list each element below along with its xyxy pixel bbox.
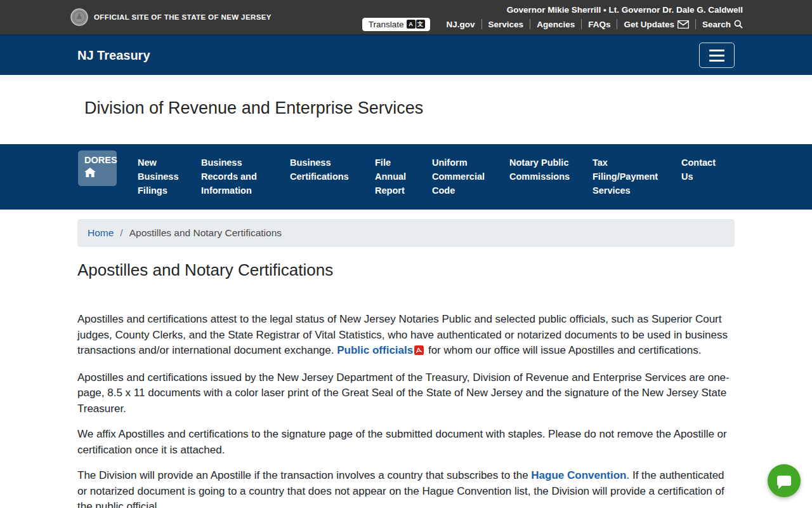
search-icon xyxy=(734,20,743,29)
nav-item-file-annual-report[interactable]: File Annual Report xyxy=(375,150,414,197)
header-strip xyxy=(0,75,812,81)
brand-bar: NJ Treasury xyxy=(0,34,812,75)
official-site-group: OFFICIAL SITE OF THE STATE OF NEW JERSEY xyxy=(70,8,272,26)
top-right-group: Governor Mikie Sherrill • Lt. Governor D… xyxy=(362,4,743,31)
divider xyxy=(581,19,582,29)
divider xyxy=(695,19,696,29)
body-copy: Apostilles and certifications attest to … xyxy=(77,312,735,508)
translate-button[interactable]: Translate A文 xyxy=(362,18,430,31)
page-title: Apostilles and Notary Certifications xyxy=(77,260,735,280)
translate-label: Translate xyxy=(369,20,404,29)
public-officials-link[interactable]: Public officials xyxy=(337,344,413,356)
nav-item-business-records[interactable]: Business Records and Information xyxy=(201,150,272,197)
division-title: Division of Revenue and Enterprise Servi… xyxy=(0,81,812,118)
official-site-label: OFFICIAL SITE OF THE STATE OF NEW JERSEY xyxy=(94,13,272,21)
breadcrumb-home-link[interactable]: Home xyxy=(88,227,114,239)
breadcrumb-separator: / xyxy=(120,227,122,239)
top-links: NJ.gov Services Agencies FAQs Get Update… xyxy=(447,19,743,29)
main-content: Home / Apostilles and Notary Certificati… xyxy=(77,219,735,508)
top-link-services[interactable]: Services xyxy=(488,20,524,29)
site-header: Division of Revenue and Enterprise Servi… xyxy=(0,75,812,144)
top-link-faqs[interactable]: FAQs xyxy=(588,20,610,29)
nav-item-business-certifications[interactable]: Business Certifications xyxy=(290,150,353,184)
governor-line: Governor Mikie Sherrill • Lt. Governor D… xyxy=(507,5,743,15)
chat-bubble-icon xyxy=(777,476,791,486)
top-link-search[interactable]: Search xyxy=(702,20,743,29)
nj-treasury-link[interactable]: NJ Treasury xyxy=(77,48,150,63)
nj-state-seal-icon xyxy=(70,8,88,26)
chat-button[interactable] xyxy=(768,464,801,497)
top-link-agencies[interactable]: Agencies xyxy=(537,20,575,29)
menu-toggle-button[interactable] xyxy=(699,43,735,68)
nav-dores-home[interactable]: DORES xyxy=(78,150,117,186)
top-links-row: Translate A文 NJ.gov Services Agencies FA… xyxy=(362,18,743,31)
hamburger-icon xyxy=(709,50,724,62)
translate-icon: A文 xyxy=(407,20,425,29)
pdf-icon xyxy=(414,344,424,360)
hague-convention-link[interactable]: Hague Convention xyxy=(531,469,626,481)
paragraph-1: Apostilles and certifications attest to … xyxy=(77,312,735,360)
paragraph-3: We affix Apostilles and certifications t… xyxy=(77,427,735,458)
nav-item-notary-public-commissions[interactable]: Notary Public Commissions xyxy=(509,150,577,184)
paragraph-4: The Division will provide an Apostille i… xyxy=(77,468,735,508)
nav-item-tax-filing-payment-services[interactable]: Tax Filing/Payment Services xyxy=(593,150,662,197)
dores-label: DORES xyxy=(84,155,117,165)
top-link-njgov[interactable]: NJ.gov xyxy=(447,20,475,29)
breadcrumb-current: Apostilles and Notary Certifications xyxy=(129,227,282,239)
breadcrumb: Home / Apostilles and Notary Certificati… xyxy=(77,219,735,247)
home-icon xyxy=(84,168,117,180)
envelope-icon xyxy=(678,20,689,29)
nav-item-new-business-filings[interactable]: New Business Filings xyxy=(138,150,188,197)
section-nav: DORES New Business Filings Business Reco… xyxy=(0,144,812,210)
top-link-get-updates[interactable]: Get Updates xyxy=(624,20,689,29)
divider xyxy=(530,19,530,29)
nav-item-uniform-commercial-code[interactable]: Uniform Commercial Code xyxy=(432,150,490,197)
nav-item-contact-us[interactable]: Contact Us xyxy=(681,150,721,184)
divider xyxy=(481,19,482,29)
divider xyxy=(617,19,617,29)
top-utility-bar: OFFICIAL SITE OF THE STATE OF NEW JERSEY… xyxy=(0,0,812,34)
paragraph-2: Apostilles and certifications issued by … xyxy=(77,370,735,417)
